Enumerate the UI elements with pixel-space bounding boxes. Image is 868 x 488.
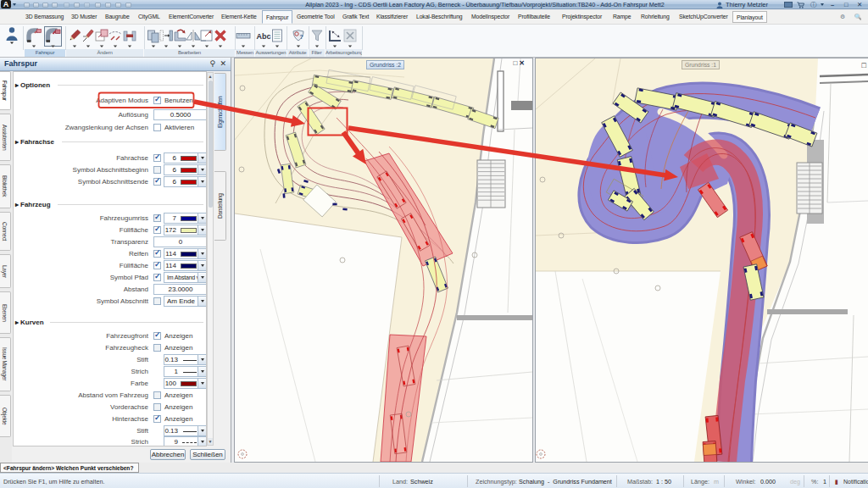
svg-text:?: ? — [300, 34, 303, 40]
svg-text:Abc: Abc — [256, 32, 270, 41]
